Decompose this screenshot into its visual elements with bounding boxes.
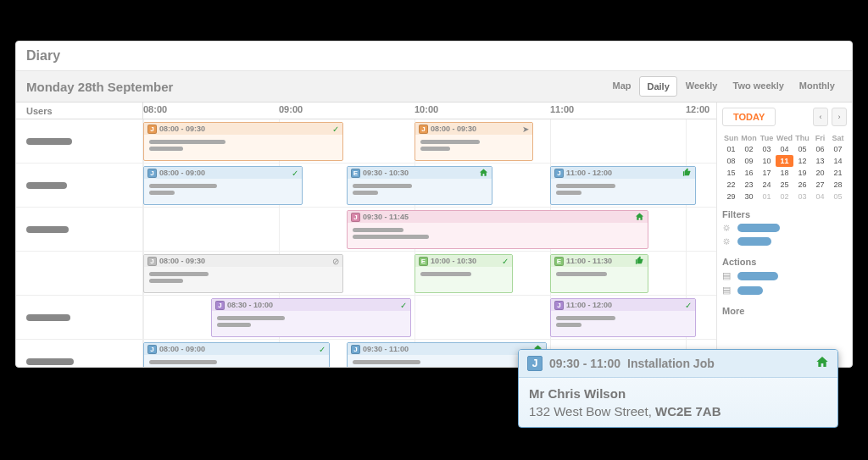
today-button[interactable]: TODAY xyxy=(722,108,776,126)
home-icon xyxy=(479,168,488,179)
event-time: 08:00 - 09:30 xyxy=(159,257,205,265)
calendar-day[interactable]: 23 xyxy=(740,179,758,191)
calendar-event[interactable]: J09:30 - 11:00 xyxy=(347,342,547,367)
side-row[interactable]: ⛭ xyxy=(722,236,847,247)
calendar-day[interactable]: 26 xyxy=(793,179,811,191)
calendar-day[interactable]: 22 xyxy=(722,179,740,191)
calendar-day[interactable]: 05 xyxy=(793,143,811,155)
calendar-day[interactable]: 05 xyxy=(829,191,847,202)
calendar-event[interactable]: E09:30 - 10:30 xyxy=(347,166,492,205)
user-row: J08:00 - 09:30⊘E10:00 - 10:30✓E11:00 - 1… xyxy=(16,252,716,296)
timeline[interactable]: J08:00 - 09:30⊘E10:00 - 10:30✓E11:00 - 1… xyxy=(143,252,716,295)
calendar-event[interactable]: J08:30 - 10:00✓ xyxy=(211,298,411,337)
event-body-placeholder xyxy=(551,267,648,282)
side-row[interactable]: ▤ xyxy=(722,285,847,296)
calendar-day[interactable]: 25 xyxy=(776,179,793,191)
event-body-placeholder xyxy=(415,267,512,282)
user-cell xyxy=(16,340,143,367)
view-tab-two-weekly[interactable]: Two weekly xyxy=(726,76,791,97)
calendar-day[interactable]: 11 xyxy=(776,155,793,167)
event-body-placeholder xyxy=(348,355,546,367)
calendar-day[interactable]: 09 xyxy=(740,155,758,167)
calendar-day[interactable]: 19 xyxy=(793,167,811,179)
timeline[interactable]: J08:30 - 10:00✓J11:00 - 12:00✓ xyxy=(143,296,716,339)
timeline[interactable]: J08:00 - 09:30✓J08:00 - 09:30➤ xyxy=(143,119,716,163)
calendar-day[interactable]: 28 xyxy=(829,179,847,191)
tooltip-job-title: Installation Job xyxy=(627,357,715,370)
side-row[interactable]: ▤ xyxy=(722,270,847,281)
user-name-placeholder xyxy=(26,314,70,321)
dow-label: Tue xyxy=(758,133,776,143)
calendar-day[interactable]: 02 xyxy=(740,143,758,155)
event-time: 11:00 - 12:00 xyxy=(566,301,612,309)
actions-header: Actions xyxy=(722,257,847,267)
calendar-event[interactable]: J09:30 - 11:45 xyxy=(347,210,648,249)
calendar-day[interactable]: 14 xyxy=(829,155,847,167)
timeline[interactable]: J08:00 - 09:00✓E09:30 - 10:30J11:00 - 12… xyxy=(143,163,716,207)
calendar-event[interactable]: J08:00 - 09:00✓ xyxy=(143,166,303,205)
calendar-day[interactable]: 02 xyxy=(776,191,793,202)
toolbar: Monday 28th September MapDailyWeeklyTwo … xyxy=(16,71,852,103)
view-tab-map[interactable]: Map xyxy=(605,76,637,97)
calendar-event[interactable]: J11:00 - 12:00✓ xyxy=(550,298,696,337)
schedule-grid: Users 08:0009:0010:0011:0012:00 J08:00 -… xyxy=(16,103,716,367)
calendar-day[interactable]: 24 xyxy=(758,179,776,191)
check-icon: ✓ xyxy=(332,125,339,134)
calendar-day[interactable]: 13 xyxy=(811,155,829,167)
calendar-day[interactable]: 06 xyxy=(811,143,829,155)
calendar-day[interactable]: 07 xyxy=(829,143,847,155)
event-time: 09:30 - 11:45 xyxy=(363,213,409,221)
event-tooltip: J 09:30 - 11:00 Installation Job Mr Chri… xyxy=(518,349,838,428)
calendar-event[interactable]: J11:00 - 12:00 xyxy=(550,166,696,205)
calendar-day[interactable]: 29 xyxy=(722,191,740,202)
calendar-day[interactable]: 17 xyxy=(758,167,776,179)
calendar-event[interactable]: J08:00 - 09:00✓ xyxy=(143,342,330,367)
filters-header: Filters xyxy=(722,209,847,219)
calendar-event[interactable]: J08:00 - 09:30✓ xyxy=(143,122,343,161)
event-body-placeholder xyxy=(551,311,695,333)
calendar-day[interactable]: 03 xyxy=(758,143,776,155)
view-tabs: MapDailyWeeklyTwo weeklyMonthly xyxy=(605,76,842,97)
thumb-icon xyxy=(635,256,644,267)
calendar-day[interactable]: 04 xyxy=(776,143,793,155)
calendar-day[interactable]: 15 xyxy=(722,167,740,179)
calendar-day[interactable]: 04 xyxy=(811,191,829,202)
hour-label: 08:00 xyxy=(143,104,167,114)
sidebar: TODAY ‹ › SunMonTueWedThuFriSat010203040… xyxy=(716,103,852,367)
sidebar-pill xyxy=(737,286,763,295)
calendar-day[interactable]: 08 xyxy=(722,155,740,167)
dow-label: Wed xyxy=(776,133,793,143)
calendar-event[interactable]: J08:00 - 09:30➤ xyxy=(415,122,533,161)
calendar-day[interactable]: 01 xyxy=(722,143,740,155)
more-header: More xyxy=(722,306,847,316)
view-tab-monthly[interactable]: Monthly xyxy=(793,76,842,97)
event-type-tag: E xyxy=(554,257,564,266)
calendar-day[interactable]: 03 xyxy=(793,191,811,202)
sidebar-pill xyxy=(737,237,771,246)
calendar-day[interactable]: 16 xyxy=(740,167,758,179)
next-button[interactable]: › xyxy=(832,108,847,126)
calendar-event[interactable]: E11:00 - 11:30 xyxy=(550,254,648,293)
mini-calendar[interactable]: SunMonTueWedThuFriSat0102030405060708091… xyxy=(722,133,847,202)
view-tab-weekly[interactable]: Weekly xyxy=(679,76,725,97)
page-title: Diary xyxy=(16,42,852,71)
calendar-day[interactable]: 10 xyxy=(758,155,776,167)
calendar-day[interactable]: 18 xyxy=(776,167,793,179)
current-date-label: Monday 28th September xyxy=(26,80,598,94)
calendar-day[interactable]: 21 xyxy=(829,167,847,179)
event-time: 08:00 - 09:30 xyxy=(159,125,205,133)
sidebar-icon: ⛭ xyxy=(722,236,732,247)
timeline[interactable]: J09:30 - 11:45 xyxy=(143,208,716,251)
prev-button[interactable]: ‹ xyxy=(813,108,828,126)
calendar-event[interactable]: E10:00 - 10:30✓ xyxy=(415,254,513,293)
calendar-day[interactable]: 30 xyxy=(740,191,758,202)
home-icon xyxy=(815,355,829,372)
calendar-event[interactable]: J08:00 - 09:30⊘ xyxy=(143,254,343,293)
calendar-day[interactable]: 12 xyxy=(793,155,811,167)
event-time: 08:00 - 09:30 xyxy=(431,125,476,133)
calendar-day[interactable]: 20 xyxy=(811,167,829,179)
side-row[interactable]: ⛭ xyxy=(722,223,847,233)
view-tab-daily[interactable]: Daily xyxy=(639,76,676,97)
calendar-day[interactable]: 27 xyxy=(811,179,829,191)
calendar-day[interactable]: 01 xyxy=(758,191,776,202)
